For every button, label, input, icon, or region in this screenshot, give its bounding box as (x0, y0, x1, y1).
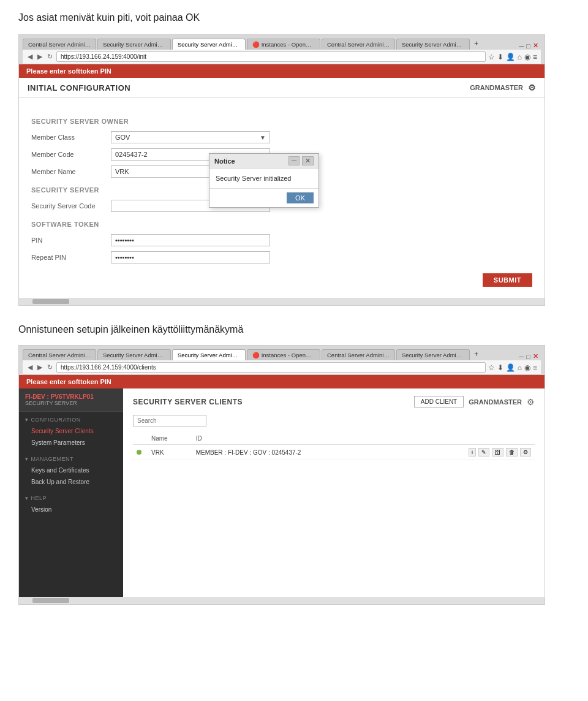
reload-button-2[interactable]: ↻ (46, 363, 54, 371)
browser-scrollbar-2[interactable] (19, 597, 545, 604)
table-col-actions (404, 433, 535, 445)
member-class-label: Member Class (31, 134, 111, 141)
tab2-instances-1[interactable]: 🔴 Instances - OpenStack D... × (247, 349, 320, 360)
row-action-delete[interactable]: 🗑 (506, 448, 518, 457)
tab-central-server-1[interactable]: Central Server Administration × (23, 39, 96, 50)
window-maximize[interactable]: □ (526, 42, 530, 50)
table-col-id: ID (192, 433, 404, 445)
app-layout-2: FI-DEV : PV6TVRKLP01 SECURITY SERVER ▾ C… (19, 388, 545, 597)
tab2-central-server-2[interactable]: Central Server Administration × (322, 349, 395, 360)
window-minimize[interactable]: ─ (519, 42, 524, 50)
bookmark-icon[interactable]: ☆ (488, 53, 495, 61)
row-action-key[interactable]: ⚿ (492, 448, 503, 457)
new-tab-button-2[interactable]: + (471, 348, 481, 360)
sidebar-item-version[interactable]: Version (25, 504, 117, 515)
main-content-header: SECURITY SERVER CLIENTS ADD CLIENT GRAND… (133, 396, 535, 407)
member-class-select[interactable]: GOV ▼ (111, 131, 270, 143)
row-action-details[interactable]: i (469, 448, 476, 457)
window2-minimize[interactable]: ─ (519, 353, 524, 360)
sidebar-item-system-parameters[interactable]: System Parameters (25, 437, 117, 449)
table-cell-id: MEMBER : FI-DEV : GOV : 0245437-2 (192, 445, 404, 460)
clients-table: Name ID VRK (133, 433, 535, 460)
tab-security-server-1[interactable]: Security Server Administration × (97, 39, 171, 50)
sidebar-section-management: ▾ MANAGEMENT Keys and Certificates Back … (19, 451, 123, 490)
row-action-edit[interactable]: ✎ (478, 448, 489, 457)
forward-button-2[interactable]: ▶ (36, 363, 43, 371)
window-close[interactable]: ✕ (533, 42, 538, 50)
extensions-icon-2[interactable]: ◉ (524, 363, 530, 372)
app-body-1: SECURITY SERVER OWNER Member Class GOV ▼… (19, 98, 545, 298)
modal-close-button[interactable]: ✕ (302, 156, 314, 165)
sidebar-section-help: ▾ HELP Version (19, 490, 123, 518)
tab-instances-1[interactable]: 🔴 Instances - OpenStack D... × (247, 39, 320, 50)
sidebar-item-security-server-clients[interactable]: Security Server Clients (25, 425, 117, 437)
row-action-buttons: i ✎ ⚿ 🗑 ⚙ (407, 448, 531, 457)
tab2-security-server-1[interactable]: Security Server Administration × (97, 349, 171, 360)
tab2-security-server-3[interactable]: Security Server Administration × (396, 349, 470, 360)
url-bar-2[interactable] (56, 362, 486, 373)
new-tab-button[interactable]: + (471, 37, 481, 50)
table-cell-actions: i ✎ ⚿ 🗑 ⚙ (404, 445, 535, 460)
table-row: VRK MEMBER : FI-DEV : GOV : 0245437-2 i … (133, 445, 535, 460)
clients-search-input[interactable] (133, 415, 206, 426)
scrollbar-thumb-1[interactable] (32, 299, 69, 304)
table-col-status (133, 433, 148, 445)
tab-security-server-2[interactable]: Security Server Administration × (172, 39, 246, 50)
security-server-code-label: Security Server Code (31, 202, 111, 210)
menu-icon[interactable]: ≡ (533, 53, 537, 61)
page-heading-2: Onnistuneen setupin jälkeinen käyttöliit… (18, 324, 570, 335)
modal-title: Notice (214, 157, 235, 165)
extensions-icon[interactable]: ◉ (524, 53, 530, 61)
sidebar-item-keys-certificates[interactable]: Keys and Certificates (25, 464, 117, 476)
download-icon[interactable]: ⬇ (497, 53, 503, 61)
menu-icon-2[interactable]: ≡ (533, 363, 537, 372)
user-icon[interactable]: 👤 (506, 53, 515, 61)
tab-central-server-2[interactable]: Central Server Administration × (322, 39, 395, 50)
repeat-pin-input[interactable] (111, 251, 270, 263)
reload-button[interactable]: ↻ (46, 53, 54, 61)
browser-action-icons-2: ☆ ⬇ 👤 ⌂ ◉ ≡ (488, 363, 537, 372)
screenshot-2: Central Server Administration × Security… (18, 345, 545, 605)
bookmark-icon-2[interactable]: ☆ (488, 363, 495, 372)
notice-modal: Notice ─ ✕ Security Server initialized O… (209, 153, 319, 208)
browser-action-icons: ☆ ⬇ 👤 ⌂ ◉ ≡ (488, 53, 537, 61)
tab-security-server-3[interactable]: Security Server Administration × (396, 39, 470, 50)
scrollbar-thumb-2[interactable] (32, 598, 69, 603)
home-icon[interactable]: ⌂ (518, 53, 522, 61)
row-action-settings[interactable]: ⚙ (520, 448, 531, 457)
browser-tabs-2: Central Server Administration × Security… (23, 348, 541, 360)
sidebar-section-mgmt-label: ▾ MANAGEMENT (25, 456, 117, 462)
tab2-security-server-2[interactable]: Security Server Administration × (172, 349, 246, 360)
user-icon-2[interactable]: 👤 (506, 363, 515, 372)
table-header-row: Name ID (133, 433, 535, 445)
back-button-2[interactable]: ◀ (26, 363, 34, 371)
window2-close[interactable]: ✕ (533, 352, 538, 360)
main-content: SECURITY SERVER CLIENTS ADD CLIENT GRAND… (123, 388, 545, 597)
main-content-title: SECURITY SERVER CLIENTS (133, 398, 243, 406)
download-icon-2[interactable]: ⬇ (497, 363, 503, 372)
tab2-central-server-1[interactable]: Central Server Administration × (23, 349, 96, 360)
modal-header: Notice ─ ✕ (209, 154, 318, 169)
modal-ok-button[interactable]: OK (287, 192, 314, 203)
settings-icon[interactable]: ⚙ (528, 83, 536, 93)
sidebar-item-backup-restore[interactable]: Back Up and Restore (25, 476, 117, 488)
chevron-down-icon-2: ▾ (25, 456, 29, 462)
pin-input[interactable] (111, 234, 270, 246)
chevron-down-icon-3: ▾ (25, 495, 29, 501)
url-bar[interactable] (56, 51, 486, 62)
modal-minimize-button[interactable]: ─ (288, 156, 300, 165)
home-icon-2[interactable]: ⌂ (518, 363, 522, 372)
window2-maximize[interactable]: □ (526, 353, 530, 360)
browser-scrollbar-1[interactable] (19, 298, 545, 305)
grandmaster-label-1: GRANDMASTER (470, 84, 523, 91)
select-arrow-icon: ▼ (260, 134, 266, 141)
forward-button[interactable]: ▶ (36, 53, 43, 61)
back-button[interactable]: ◀ (26, 53, 34, 61)
submit-button[interactable]: SUBMIT (483, 273, 532, 287)
main-content-actions: ADD CLIENT GRANDMASTER ⚙ (414, 396, 535, 407)
app-header-right-1: GRANDMASTER ⚙ (470, 83, 536, 93)
table-cell-name: VRK (148, 445, 192, 460)
add-client-button[interactable]: ADD CLIENT (414, 396, 464, 407)
app-banner-2: Please enter softtoken PIN (19, 375, 545, 388)
settings-icon-2[interactable]: ⚙ (527, 397, 535, 407)
